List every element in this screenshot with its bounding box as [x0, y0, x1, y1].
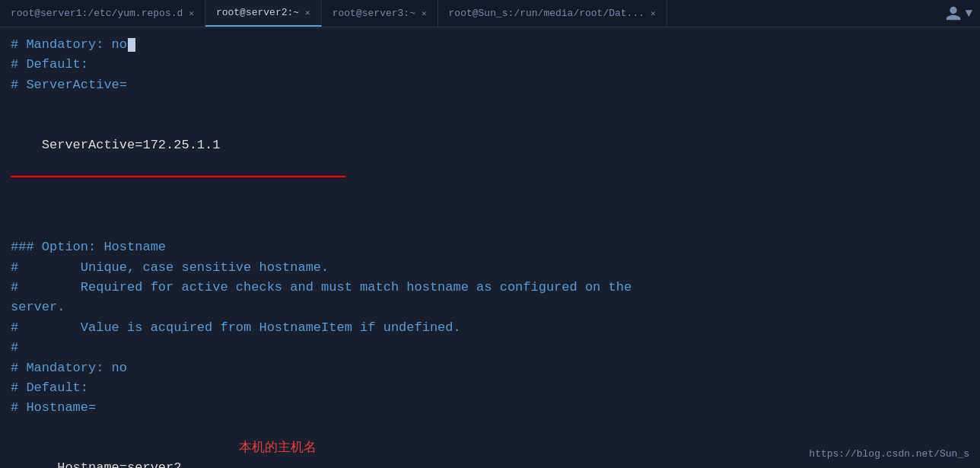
tab-server2-label: root@server2:~ [216, 7, 299, 18]
terminal-content: # Mandatory: no # Default: # ServerActiv… [0, 27, 980, 468]
line-hostname-value: Hostname=server2 [11, 438, 193, 468]
tab-server1-close[interactable]: ✕ [189, 8, 194, 18]
line-mandatory-no-2: # Mandatory: no [11, 358, 969, 378]
line-mandatory-no: # Mandatory: no [11, 35, 969, 55]
hostname-annotation: 本机的主机名 [239, 438, 317, 458]
tab-server2[interactable]: root@server2:~ ✕ [205, 0, 322, 27]
line-required: # Required for active checks and must ma… [11, 278, 969, 298]
serveractive-underline [11, 176, 345, 177]
tab-sun-s-close[interactable]: ✕ [651, 8, 656, 18]
status-url: https://blog.csdn.net/Sun_s [809, 448, 969, 460]
tab-server3-close[interactable]: ✕ [422, 8, 427, 18]
tab-server1[interactable]: root@server1:/etc/yum.repos.d ✕ [0, 0, 205, 27]
line-serveractive-comment: # ServerActive= [11, 75, 969, 95]
line-option-hostname: ### Option: Hostname [11, 237, 969, 257]
tab-sun-s[interactable]: root@Sun_s:/run/media/root/Dat... ✕ [438, 0, 667, 27]
line-default: # Default: [11, 55, 969, 75]
tab-server3[interactable]: root@server3:~ ✕ [322, 0, 438, 27]
user-icon[interactable] [945, 5, 962, 22]
tab-server3-label: root@server3:~ [332, 8, 415, 19]
line-empty-1 [11, 95, 969, 115]
line-hash: # [11, 338, 969, 358]
tab-server2-close[interactable]: ✕ [305, 8, 310, 18]
tab-bar: root@server1:/etc/yum.repos.d ✕ root@ser… [0, 0, 980, 27]
line-serveractive-value: ServerActive=172.25.1.1 [11, 115, 969, 218]
line-server-dot: server. [11, 298, 969, 317]
line-empty-2 [11, 218, 969, 237]
line-default-2: # Default: [11, 378, 969, 398]
dropdown-icon[interactable]: ▼ [965, 7, 972, 21]
tab-actions: ▼ [945, 5, 980, 22]
line-unique: # Unique, case sensitive hostname. [11, 258, 969, 278]
line-empty-3 [11, 419, 969, 438]
cursor [128, 38, 135, 52]
tab-server1-label: root@server1:/etc/yum.repos.d [11, 8, 183, 19]
line-value-acquired: # Value is acquired from HostnameItem if… [11, 318, 969, 338]
tab-sun-s-label: root@Sun_s:/run/media/root/Dat... [449, 8, 644, 19]
line-hostname-comment: # Hostname= [11, 398, 969, 418]
status-bar: https://blog.csdn.net/Sun_s [809, 447, 969, 462]
